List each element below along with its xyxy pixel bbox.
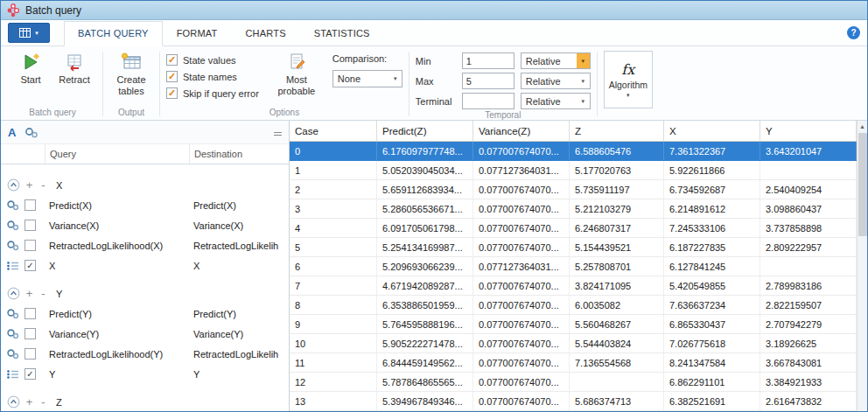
tab-batch-query[interactable]: BATCH QUERY	[64, 21, 163, 46]
remove-icon[interactable]: -	[38, 178, 48, 192]
query-group-header[interactable]: +-Z	[1, 392, 289, 411]
algorithm-button[interactable]: fx Algorithm ▾	[604, 51, 653, 108]
table-cell: 3.737858898	[760, 219, 857, 237]
query-checkbox[interactable]	[24, 220, 36, 231]
option-checkbox-row[interactable]: ✓State values	[166, 54, 259, 66]
table-cell: 5.560468267	[570, 315, 664, 333]
checkbox-icon[interactable]: ✓	[166, 54, 178, 66]
comparison-value: None	[338, 73, 360, 84]
column-header-x[interactable]: X	[664, 121, 760, 141]
table-row[interactable]: 15.052039045034...0.077127364031...5.177…	[290, 161, 857, 180]
table-row[interactable]: 125.787864865565...0.077007674070...6.86…	[290, 373, 857, 392]
table-row[interactable]: 25.659112683934...0.077007674070...5.735…	[290, 180, 857, 199]
font-style-icon[interactable]: A	[8, 126, 16, 139]
query-row[interactable]: RetractedLogLikelihood(Y)RetractedLogLik…	[1, 344, 289, 364]
query-group-header[interactable]: +-Y	[1, 283, 289, 304]
retract-button[interactable]: Retract	[52, 48, 96, 86]
gear-icon	[1, 240, 24, 251]
checkbox-icon[interactable]: ✓	[166, 71, 178, 82]
temporal-input[interactable]	[462, 93, 514, 109]
table-row[interactable]: 06.176097977748...0.077007674070...6.588…	[290, 142, 857, 161]
scrollbar-thumb[interactable]	[858, 133, 867, 236]
query-name: Variance(X)	[45, 220, 189, 231]
start-button[interactable]: Start	[9, 48, 52, 86]
option-checkbox-row[interactable]: ✓State names	[166, 71, 259, 82]
query-checkbox[interactable]	[24, 328, 36, 339]
destination-column-header[interactable]: Destination	[189, 144, 289, 164]
app-menu-button[interactable]: ▾	[8, 23, 50, 43]
help-icon[interactable]: ?	[847, 26, 860, 39]
create-tables-button[interactable]: Create tables	[109, 48, 153, 96]
temporal-mode-select[interactable]: Relative▾	[521, 52, 591, 69]
table-row[interactable]: 55.254134169987...0.077007674070...5.154…	[290, 238, 857, 257]
query-checkbox[interactable]	[24, 308, 36, 319]
query-checkbox[interactable]	[24, 199, 36, 211]
temporal-group: Min1Relative▾Max5Relative▾TerminalRelati…	[411, 48, 595, 120]
column-header-predictz[interactable]: Predict(Z)	[377, 121, 473, 141]
query-row[interactable]: ✓YY	[1, 364, 289, 384]
table-row[interactable]: 116.844459149562...0.077007674070...7.13…	[290, 353, 857, 373]
query-group-header[interactable]: +-X	[1, 175, 289, 195]
table-row[interactable]: 135.394967849346...0.077007674070...5.68…	[290, 392, 857, 411]
query-name: RetractedLogLikelihood(Y)	[45, 349, 189, 360]
query-row[interactable]: Variance(Y)Variance(Y)	[1, 324, 289, 344]
pin-icon[interactable]	[274, 132, 282, 133]
temporal-input[interactable]: 1	[462, 52, 514, 69]
collapse-icon[interactable]	[7, 178, 20, 192]
list-icon	[1, 261, 24, 271]
temporal-mode-select[interactable]: Relative▾	[521, 73, 591, 89]
query-name: Predict(Y)	[45, 309, 189, 319]
column-header-variancez[interactable]: Variance(Z)	[473, 121, 570, 141]
add-icon[interactable]: +	[24, 178, 34, 192]
tab-charts[interactable]: CHARTS	[231, 21, 299, 46]
query-checkbox[interactable]	[24, 240, 36, 251]
most-probable-button[interactable]: Most probable	[275, 48, 318, 96]
query-row[interactable]: Predict(X)Predict(X)	[1, 195, 289, 215]
tab-statistics[interactable]: STATISTICS	[300, 21, 384, 46]
remove-icon[interactable]: -	[38, 395, 48, 409]
comparison-select[interactable]: None ▾	[332, 70, 402, 87]
collapse-icon[interactable]	[7, 287, 20, 300]
temporal-rows: Min1Relative▾Max5Relative▾TerminalRelati…	[416, 48, 591, 109]
column-header-y[interactable]: Y	[760, 121, 857, 141]
collapse-icon[interactable]	[7, 395, 20, 409]
table-cell: 1	[290, 161, 377, 179]
temporal-mode-select[interactable]: Relative▾	[521, 93, 591, 109]
add-icon[interactable]: +	[24, 395, 34, 409]
tab-format[interactable]: FORMAT	[163, 21, 232, 46]
column-header-case[interactable]: Case	[290, 121, 377, 141]
column-header-z[interactable]: Z	[570, 121, 664, 141]
query-checkbox[interactable]: ✓	[24, 260, 36, 271]
add-icon[interactable]: +	[24, 287, 34, 300]
query-checkbox[interactable]: ✓	[24, 368, 36, 380]
vertical-scrollbar[interactable]: ▲	[857, 121, 867, 411]
query-checkbox[interactable]	[24, 348, 36, 360]
query-row[interactable]: RetractedLogLikelihood(X)RetractedLogLik…	[1, 235, 289, 255]
query-name: X	[45, 261, 189, 271]
chevron-down-icon[interactable]: ▾	[577, 73, 590, 88]
option-checkbox-row[interactable]: ✓Skip if query error	[166, 87, 259, 99]
table-row[interactable]: 95.764595888196...0.077007674070...5.560…	[290, 315, 857, 334]
table-row[interactable]: 74.671942089287...0.077007674070...3.824…	[290, 276, 857, 296]
temporal-row-max: Max5Relative▾	[416, 73, 591, 89]
table-cell: 7.636637234	[664, 296, 760, 314]
scroll-up-icon[interactable]: ▲	[858, 121, 867, 132]
table-row[interactable]: 105.905222271478...0.077007674070...5.54…	[290, 334, 857, 353]
table-row[interactable]: 46.091705061798...0.077007674070...6.246…	[290, 219, 857, 238]
checkbox-icon[interactable]: ✓	[166, 87, 178, 99]
table-row[interactable]: 86.353886501959...0.077007674070...6.003…	[290, 296, 857, 315]
chevron-down-icon[interactable]: ▾	[577, 94, 590, 108]
query-row[interactable]: Predict(Y)Predict(Y)	[1, 304, 289, 324]
chevron-down-icon[interactable]: ▾	[577, 53, 590, 68]
table-row[interactable]: 65.209693066239...0.077127364031...5.257…	[290, 257, 857, 276]
query-name: Variance(Y)	[45, 329, 189, 339]
gears-icon[interactable]	[24, 127, 38, 138]
table-row[interactable]: 35.286056536671...0.077007674070...5.212…	[290, 199, 857, 219]
table-cell: 0.077007674070...	[473, 276, 570, 295]
remove-icon[interactable]: -	[38, 287, 48, 300]
query-row[interactable]: Variance(X)Variance(X)	[1, 215, 289, 235]
group-separator	[409, 52, 410, 116]
temporal-input[interactable]: 5	[462, 73, 514, 89]
query-row[interactable]: ✓XX	[1, 255, 289, 276]
query-column-header[interactable]: Query	[45, 144, 189, 164]
